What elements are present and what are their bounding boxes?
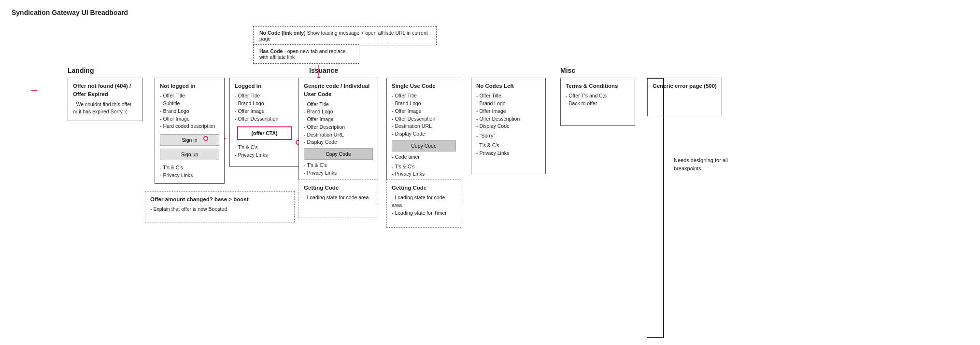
generic-code-title: Generic code / Individual User Code	[304, 82, 373, 99]
single-use-code-box: Single Use Code - Offer Title - Brand Lo…	[386, 78, 461, 191]
generic-code-box: Generic code / Individual User Code - Of…	[298, 78, 378, 184]
offer-cta-button[interactable]: (offer CTA)	[237, 126, 292, 140]
page-title: Syndication Gateway UI Breadboard	[0, 0, 980, 16]
needs-designing-text: Needs designing for all breakpoints	[674, 156, 737, 172]
getting-code-generic-title: Getting Code	[304, 184, 373, 192]
terms-conditions-box: Terms & Conditions - Offer T's and C;s -…	[560, 78, 635, 126]
no-codes-footer: - T's & C's - Privacy Links	[476, 142, 540, 157]
offer-not-found-body: - We couldnt find this offer or it has e…	[73, 101, 137, 116]
logged-in-box: Logged in - Offer Title - Brand Logo - O…	[229, 78, 299, 167]
offer-not-found-box: Offer not found (404) / Offer Expired - …	[68, 78, 142, 121]
no-codes-left-items: - Offer Title - Brand Logo - Offer Image…	[476, 92, 540, 130]
offer-not-found-title: Offer not found (404) / Offer Expired	[73, 82, 137, 99]
offer-amount-changed-box: Offer amount changed? base > boost - Exp…	[145, 191, 295, 222]
no-codes-left-title: No Codes Left	[476, 82, 540, 90]
misc-label: Misc	[560, 67, 575, 74]
copy-code-button-generic[interactable]: Copy Code	[304, 148, 373, 160]
single-use-code-items: - Offer Title - Brand Logo - Offer Image…	[392, 92, 456, 138]
not-logged-in-box: Not logged in - Offer Title - Subtitle -…	[155, 78, 225, 184]
not-logged-in-items: - Offer Title - Subtitle - Brand Logo - …	[160, 92, 219, 130]
offer-amount-changed-title: Offer amount changed? base > boost	[150, 195, 289, 204]
no-codes-left-box: No Codes Left - Offer Title - Brand Logo…	[471, 78, 546, 174]
sign-up-button[interactable]: Sign up	[160, 149, 219, 160]
copy-code-button-single[interactable]: Copy Code	[392, 140, 456, 152]
has-code-label: Has Code	[259, 48, 283, 54]
single-use-footer: - T's & C's - Privacy Links	[392, 163, 456, 179]
entry-arrow: →	[29, 84, 40, 97]
not-logged-in-title: Not logged in	[160, 82, 219, 90]
terms-conditions-title: Terms & Conditions	[566, 82, 630, 90]
right-bracket	[647, 78, 664, 338]
signin-connector	[203, 136, 208, 141]
no-code-label: No Code (link only)	[259, 30, 306, 36]
logged-in-title: Logged in	[235, 82, 294, 90]
getting-code-single-box: Getting Code - Loading state for code ar…	[386, 179, 461, 228]
single-use-code-title: Single Use Code	[392, 82, 456, 90]
getting-code-single-title: Getting Code	[392, 184, 456, 192]
generic-code-footer: - T's & C's - Privacy Links	[304, 162, 373, 177]
sign-in-button[interactable]: Sign in	[160, 134, 219, 146]
issuance-label: Issuance	[309, 67, 338, 74]
logged-in-items: - Offer Title - Brand Logo - Offer Image…	[235, 92, 294, 123]
landing-label: Landing	[68, 67, 94, 74]
not-logged-in-footer: - T's & C's - Privacy Links	[160, 164, 219, 179]
logged-in-footer: - T's & C's - Privacy Links	[235, 144, 294, 159]
has-code-flow-box: Has Code - open new tab and replace with…	[253, 44, 359, 64]
no-code-flow-box: No Code (link only) Show loading message…	[253, 26, 437, 45]
getting-code-generic-box: Getting Code - Loading state for code ar…	[298, 179, 378, 218]
generic-code-items: - Offer Title - Brand Logo - Offer Image…	[304, 101, 373, 147]
